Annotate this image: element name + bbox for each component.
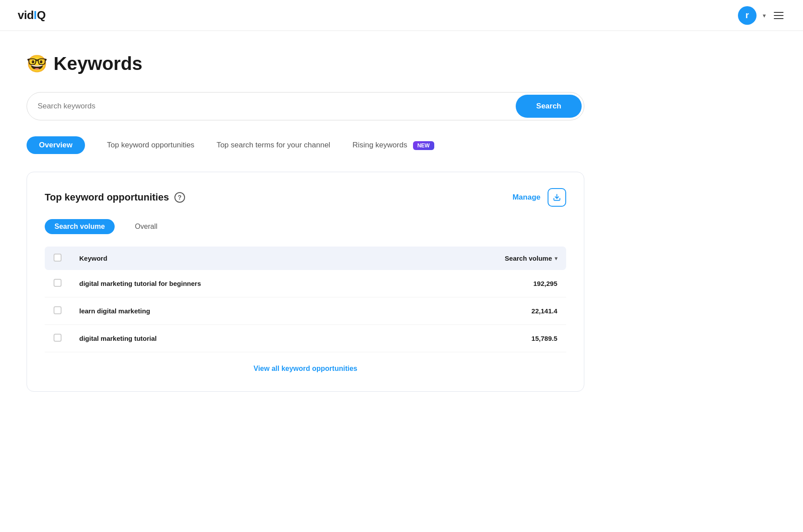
header-right: r ▾ [738, 6, 785, 25]
logo-q: Q [37, 8, 46, 22]
hamburger-line [774, 12, 784, 13]
keyword-cell: digital marketing tutorial for beginners [70, 270, 400, 297]
page-title: Keywords [54, 53, 143, 74]
main-content: 🤓 Keywords Search Overview Top keyword o… [0, 31, 611, 414]
search-volume-cell: 22,141.4 [400, 297, 566, 325]
search-bar-container: Search [27, 92, 584, 120]
sort-arrow-icon: ▾ [555, 255, 557, 262]
help-icon[interactable]: ? [174, 192, 185, 203]
header-search-volume[interactable]: Search volume ▾ [400, 247, 566, 270]
table-row: digital marketing tutorial 15,789.5 [45, 325, 566, 352]
keywords-table: Keyword Search volume ▾ digital marketin… [45, 247, 566, 352]
manage-link[interactable]: Manage [513, 193, 540, 202]
view-all-link[interactable]: View all keyword opportunities [254, 365, 357, 372]
table-row: digital marketing tutorial for beginners… [45, 270, 566, 297]
logo[interactable]: vid I Q [18, 8, 46, 22]
app-header: vid I Q r ▾ [0, 0, 803, 31]
table-body: digital marketing tutorial for beginners… [45, 270, 566, 352]
download-icon [553, 193, 561, 201]
select-all-checkbox[interactable] [54, 254, 62, 262]
table-header: Keyword Search volume ▾ [45, 247, 566, 270]
new-badge: NEW [413, 141, 434, 150]
search-button[interactable]: Search [516, 95, 582, 118]
sort-tabs: Search volume Overall [45, 219, 566, 234]
keyword-cell: digital marketing tutorial [70, 325, 400, 352]
row-checkbox[interactable] [54, 279, 62, 287]
table-row: learn digital marketing 22,141.4 [45, 297, 566, 325]
keyword-cell: learn digital marketing [70, 297, 400, 325]
sort-tab-search-volume[interactable]: Search volume [45, 219, 115, 234]
card-header: Top keyword opportunities ? Manage [45, 188, 566, 207]
tab-top-keyword-opportunities[interactable]: Top keyword opportunities [107, 136, 195, 154]
row-checkbox[interactable] [54, 306, 62, 314]
page-title-emoji: 🤓 [27, 54, 47, 73]
logo-bracket: I [34, 8, 37, 22]
logo-text: vid [18, 8, 34, 22]
view-all-section: View all keyword opportunities [45, 352, 566, 375]
download-button[interactable] [548, 188, 566, 207]
row-checkbox-cell [45, 325, 70, 352]
avatar[interactable]: r [738, 6, 757, 25]
tab-rising-keywords[interactable]: Rising keywords NEW [352, 136, 434, 154]
hamburger-line [774, 15, 784, 16]
card-title: Top keyword opportunities ? [45, 192, 185, 203]
chevron-down-icon[interactable]: ▾ [763, 12, 766, 19]
row-checkbox-cell [45, 297, 70, 325]
search-volume-cell: 192,295 [400, 270, 566, 297]
sort-tab-overall[interactable]: Overall [125, 219, 167, 234]
hamburger-line [774, 18, 784, 19]
tab-top-search-terms[interactable]: Top search terms for your channel [216, 136, 330, 154]
header-keyword: Keyword [70, 247, 400, 270]
header-checkbox-cell [45, 247, 70, 270]
main-tabs: Overview Top keyword opportunities Top s… [27, 136, 584, 154]
tab-overview[interactable]: Overview [27, 136, 85, 154]
search-input[interactable] [27, 94, 513, 119]
search-volume-cell: 15,789.5 [400, 325, 566, 352]
row-checkbox[interactable] [54, 334, 62, 342]
page-title-section: 🤓 Keywords [27, 53, 584, 74]
keyword-opportunities-card: Top keyword opportunities ? Manage Searc… [27, 172, 584, 392]
row-checkbox-cell [45, 270, 70, 297]
hamburger-menu-button[interactable] [772, 10, 785, 21]
card-actions: Manage [513, 188, 566, 207]
